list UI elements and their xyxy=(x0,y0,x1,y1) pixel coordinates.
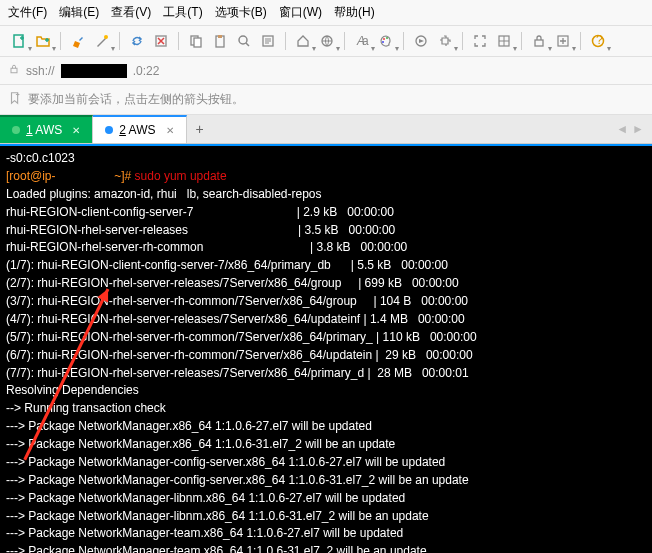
svg-point-14 xyxy=(382,41,384,43)
font-button[interactable]: Aa xyxy=(351,30,373,52)
tab-accel: 2 xyxy=(119,123,126,137)
separator xyxy=(344,32,345,50)
svg-text:a: a xyxy=(362,34,369,48)
copy-button[interactable] xyxy=(185,30,207,52)
tool-brush-icon[interactable] xyxy=(67,30,89,52)
disconnect-button[interactable] xyxy=(150,30,172,52)
plugin-button[interactable] xyxy=(434,30,456,52)
tab-prev-icon[interactable]: ◄ xyxy=(616,122,628,136)
home-button[interactable] xyxy=(292,30,314,52)
tool-wand-icon[interactable] xyxy=(91,30,113,52)
launch-button[interactable] xyxy=(410,30,432,52)
hint-bar: 要添加当前会话，点击左侧的箭头按钮。 xyxy=(0,85,652,115)
addr-scheme: ssh:// xyxy=(26,64,55,78)
paste-button[interactable] xyxy=(209,30,231,52)
menu-file[interactable]: 文件(F) xyxy=(8,4,47,21)
fullscreen-button[interactable] xyxy=(469,30,491,52)
separator xyxy=(403,32,404,50)
svg-rect-4 xyxy=(194,38,201,47)
separator xyxy=(521,32,522,50)
lock-icon xyxy=(8,63,20,78)
add-button[interactable] xyxy=(552,30,574,52)
menu-edit[interactable]: 编辑(E) xyxy=(59,4,99,21)
addr-host-redacted: xxxxxxxxxxx xyxy=(61,64,127,78)
new-folder-button[interactable] xyxy=(32,30,54,52)
svg-point-12 xyxy=(383,38,385,40)
svg-point-1 xyxy=(104,35,108,39)
menu-bar: 文件(F) 编辑(E) 查看(V) 工具(T) 选项卡(B) 窗口(W) 帮助(… xyxy=(0,0,652,26)
address-input[interactable] xyxy=(165,64,644,78)
layout-button[interactable] xyxy=(493,30,515,52)
new-button[interactable] xyxy=(8,30,30,52)
tab-nav: ◄ ► xyxy=(608,122,652,136)
close-icon[interactable]: ✕ xyxy=(166,125,174,136)
tab-next-icon[interactable]: ► xyxy=(632,122,644,136)
help-button[interactable]: ? xyxy=(587,30,609,52)
menu-window[interactable]: 窗口(W) xyxy=(279,4,322,21)
separator xyxy=(580,32,581,50)
search-button[interactable] xyxy=(233,30,255,52)
svg-rect-6 xyxy=(218,35,222,38)
separator xyxy=(285,32,286,50)
svg-rect-17 xyxy=(535,40,543,46)
tab-bar: 1 AWS ✕ 2 AWS ✕ + ◄ ► xyxy=(0,115,652,144)
tab-2-aws[interactable]: 2 AWS ✕ xyxy=(93,115,186,143)
menu-view[interactable]: 查看(V) xyxy=(111,4,151,21)
bookmark-add-icon[interactable] xyxy=(8,91,22,108)
tab-1-aws[interactable]: 1 AWS ✕ xyxy=(0,115,93,143)
palette-button[interactable] xyxy=(375,30,397,52)
menu-tabs[interactable]: 选项卡(B) xyxy=(215,4,267,21)
terminal[interactable]: -s0:c0.c1023 [root@ip-xx xx xx x ~]# sud… xyxy=(0,144,652,553)
tab-accel: 1 xyxy=(26,123,33,137)
toolbar: Aa ? xyxy=(0,26,652,57)
separator xyxy=(119,32,120,50)
reconnect-button[interactable] xyxy=(126,30,148,52)
lock-button[interactable] xyxy=(528,30,550,52)
menu-tools[interactable]: 工具(T) xyxy=(163,4,202,21)
hint-text: 要添加当前会话，点击左侧的箭头按钮。 xyxy=(28,91,244,108)
addr-port: .0:22 xyxy=(133,64,160,78)
svg-rect-21 xyxy=(11,68,17,73)
status-dot-icon xyxy=(12,126,20,134)
properties-button[interactable] xyxy=(257,30,279,52)
svg-text:?: ? xyxy=(596,33,603,47)
globe-button[interactable] xyxy=(316,30,338,52)
separator xyxy=(178,32,179,50)
separator xyxy=(60,32,61,50)
svg-point-7 xyxy=(239,36,247,44)
menu-help[interactable]: 帮助(H) xyxy=(334,4,375,21)
separator xyxy=(462,32,463,50)
svg-point-13 xyxy=(386,37,388,39)
close-icon[interactable]: ✕ xyxy=(72,125,80,136)
tab-add-button[interactable]: + xyxy=(189,118,211,140)
status-dot-icon xyxy=(105,126,113,134)
address-bar: ssh://xxxxxxxxxxx.0:22 xyxy=(0,57,652,85)
